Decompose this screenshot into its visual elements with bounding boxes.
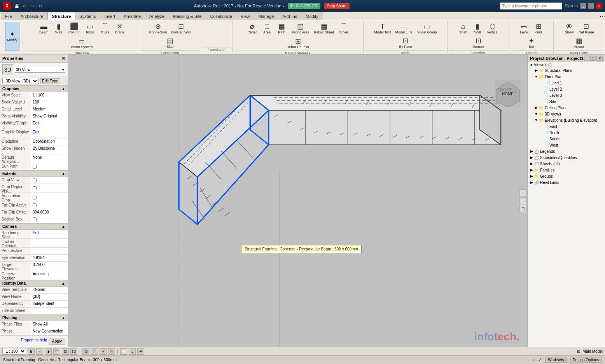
viewer-button[interactable]: ▦ Viewer [572,36,586,50]
tree-3d-views[interactable]: ▼ 📁 3D Views [528,111,605,117]
connection-button[interactable]: ⊕ Connection [147,22,169,36]
stop-share-button[interactable]: Stop Share [324,3,350,9]
scale-select[interactable]: 1 : 100 [2,348,26,355]
floor-button[interactable]: ▭ Floor [83,22,97,36]
tree-sheets[interactable]: ▶ 📋 Sheets (all) [528,161,605,167]
cover-button[interactable]: ⌒ Cover [337,22,351,36]
beam-system-button[interactable]: ═ Beam System [69,37,94,51]
set-button[interactable]: ✦ Set [525,36,539,50]
properties-close-button[interactable]: ✕ [61,56,65,61]
tab-addins[interactable]: Add-Ins [278,12,301,20]
visibility-edit-link[interactable]: Edit... [33,121,43,125]
model-graphics-button[interactable]: 🖥 [28,348,35,355]
camera-section-header[interactable]: Camera ▲ [0,223,68,230]
by-face-button[interactable]: ⊡ By Face [397,36,414,50]
modify-button[interactable]: ✦ Modify [5,22,19,51]
far-clip-active-checkbox[interactable] [33,203,37,207]
tree-structural-plans[interactable]: ▶ 📁 Structural Plans [528,67,605,74]
viewport[interactable]: FRONT HOME Structural Framing : Concrete… [68,54,527,347]
tree-west[interactable]: 📄 West [528,142,605,148]
rebar-button[interactable]: ⌀ Rebar [245,22,259,36]
tab-annotate[interactable]: Annotate [119,12,145,20]
graphics-section-header[interactable]: Graphics ▲ [0,86,68,92]
thin-lines-button[interactable]: ≡ [36,348,43,355]
view-type-select[interactable]: 3D View: {3D} [2,78,38,84]
model-line-button[interactable]: — Model Line [393,22,414,36]
nav-cube[interactable]: HOME [492,78,523,109]
rebar-coupler-button[interactable]: ⊞ Rebar Coupler [285,37,311,51]
model-group-button[interactable]: ▭ Model Group [415,22,439,36]
redo-button[interactable]: ↪ [29,2,36,9]
shadows-button[interactable]: ◑ [45,348,52,355]
show-button[interactable]: 👁 Show [562,22,576,36]
ref-plane-button[interactable]: ⊡ Ref Plane [577,22,596,36]
visual-style-btn[interactable]: ◻ [91,348,98,355]
worksets-button[interactable]: Worksets [545,357,567,363]
tree-level-1[interactable]: 📄 Level 1 [528,80,605,86]
tree-ceiling-plans[interactable]: ▶ 📁 Ceiling Plans [528,105,605,111]
minimize-button[interactable]: _ [580,3,586,9]
close-button[interactable]: ✕ [596,3,602,9]
wall-button[interactable]: ▮ Wall [52,22,66,36]
tree-floor-plans[interactable]: ▼ 📁 Floor Plans [528,74,605,80]
properties-help-link[interactable]: Properties help [21,338,47,345]
beam-button[interactable]: ▬ Beam [37,22,51,36]
tab-view[interactable]: View [236,12,254,20]
tab-file[interactable]: File [1,12,16,20]
tree-views-all[interactable]: ▼ Views (all) [528,62,605,67]
tab-architecture[interactable]: Architecture [16,12,48,20]
browser-minimize-button[interactable]: _ [584,56,589,61]
tree-south[interactable]: 📄 South [528,136,605,142]
browser-close-button[interactable]: ✕ [596,56,603,61]
model-text-button[interactable]: T Model Text [372,22,393,36]
truss-button[interactable]: ⌒ Truss [98,22,112,36]
tab-massing[interactable]: Massing & Site [169,12,206,20]
rendering-edit-link[interactable]: Edit... [33,231,43,235]
design-options-button[interactable]: Design Options [570,357,602,363]
tab-systems[interactable]: Systems [75,12,100,20]
tab-manage[interactable]: Manage [254,12,278,20]
view-template-value[interactable]: <None> [31,287,68,293]
scale-value-value[interactable]: 100 [31,99,68,106]
grid-button[interactable]: ⊞ Grid [532,22,546,36]
level-button[interactable]: ⊷ Level [517,22,531,36]
render-btn[interactable]: 🎨 [108,348,115,355]
sun-path-checkbox[interactable] [33,165,37,169]
perspective-value[interactable] [31,248,68,254]
section-box-checkbox[interactable] [33,217,37,221]
sun-path-btn[interactable]: ☀ [100,348,107,355]
detail-level-value[interactable]: Medium [31,106,68,113]
apply-button[interactable]: Apply [49,338,65,345]
dormer-button[interactable]: ⊡ Dormer [470,36,486,50]
fabric-area-button[interactable]: ▥ Fabric Area [290,22,311,36]
tree-families[interactable]: ▶ 📁 Families [528,167,605,173]
search-input[interactable] [500,2,562,10]
view-name-value[interactable]: {3D} [31,294,68,300]
slab-button[interactable]: ▤ Slab [163,36,177,50]
default-analysis-value[interactable]: None [31,154,68,163]
temporary-hide-btn[interactable]: 👁 [137,348,144,355]
isolated-wall-button[interactable]: ⊡ Isolated Wall [169,22,193,36]
tree-groups[interactable]: ▶ 📁 Groups [528,173,605,179]
eye-elevation-value[interactable]: 4.9154 [31,255,68,261]
phasing-section-header[interactable]: Phasing ▲ [0,315,68,321]
tree-site[interactable]: 📄 Site [528,98,605,105]
view-scale-value[interactable]: 1 : 100 [31,92,68,99]
sign-in-button[interactable]: Sign In [565,4,578,8]
locked-orientation-value[interactable] [31,239,68,247]
type-dropdown[interactable]: 3D View ▾ [15,67,65,73]
fabric-sheet-button[interactable]: ▤ Fabric Sheet [312,22,336,36]
shaft-button[interactable]: ⌂ Shaft [456,22,470,36]
target-elevation-value[interactable]: 3.7500 [31,262,68,270]
parts-visibility-value[interactable]: Show Original [31,113,68,120]
phase-value[interactable]: New Construction [31,328,68,335]
edit-type-button[interactable]: Edit Type [40,78,60,84]
crop-region-checkbox[interactable] [33,186,37,190]
extents-section-header[interactable]: Extents ▲ [0,170,68,177]
tab-modify[interactable]: Modify [301,12,322,20]
fit-view-button[interactable]: ⊡ [519,205,526,212]
tree-level-2[interactable]: 📄 Level 2 [528,86,605,92]
graphic-display-edit-link[interactable]: Edit... [33,130,43,134]
far-clip-offset-value[interactable]: 304.8000 [31,209,68,216]
phase-filter-value[interactable]: Show All [31,321,68,328]
